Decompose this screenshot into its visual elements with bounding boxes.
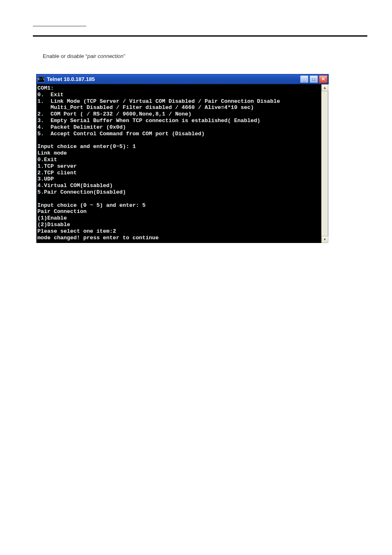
scroll-up-button[interactable]: ▲ xyxy=(321,84,328,91)
title-left: C:\ Telnet 10.0.187.185 xyxy=(38,76,95,82)
instr-prefix: E xyxy=(43,53,46,59)
cmd-icon: C:\ xyxy=(38,76,44,82)
console-output[interactable]: COM1: 0. Exit 1. Link Mode (TCP Server /… xyxy=(36,84,321,243)
scroll-track[interactable] xyxy=(321,91,328,236)
instr-italic: pair connection xyxy=(87,53,123,59)
maximize-button[interactable]: □ xyxy=(309,75,318,83)
header-underline xyxy=(33,21,86,26)
minimize-button[interactable]: _ xyxy=(300,75,309,83)
instr-suffix: ” xyxy=(124,53,125,59)
window-titlebar[interactable]: C:\ Telnet 10.0.187.185 _ □ ✕ xyxy=(36,74,329,84)
scroll-down-button[interactable]: ▼ xyxy=(321,236,328,243)
window-controls: _ □ ✕ xyxy=(300,75,327,83)
console-wrap: COM1: 0. Exit 1. Link Mode (TCP Server /… xyxy=(36,84,329,243)
instr-mid: nable or disable “ xyxy=(46,53,88,59)
vertical-scrollbar[interactable]: ▲ ▼ xyxy=(321,84,328,243)
close-button[interactable]: ✕ xyxy=(319,75,327,83)
telnet-window: C:\ Telnet 10.0.187.185 _ □ ✕ COM1: 0. E… xyxy=(36,74,329,243)
horizontal-rule xyxy=(33,35,367,37)
window-title: Telnet 10.0.187.185 xyxy=(47,76,95,82)
instruction-line: Enable or disable “pair connection” xyxy=(43,53,367,59)
